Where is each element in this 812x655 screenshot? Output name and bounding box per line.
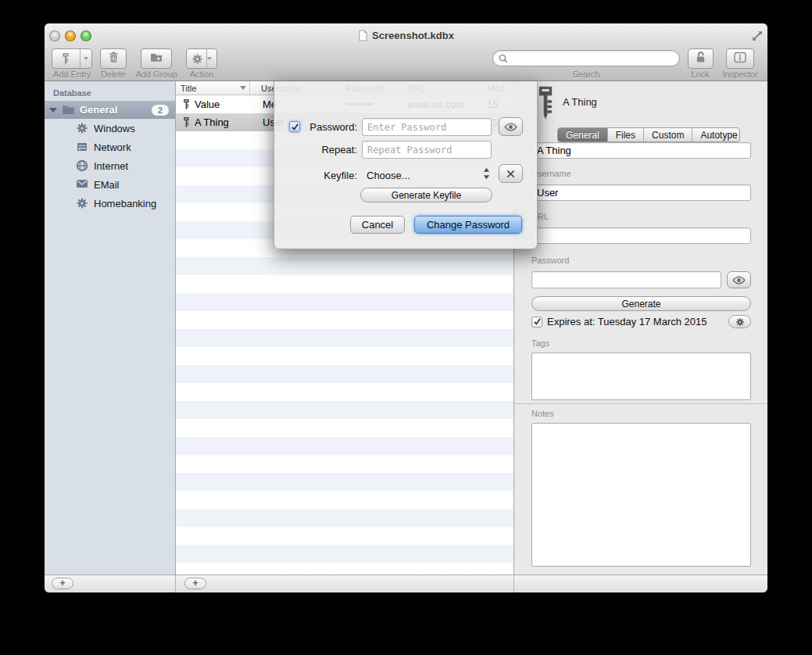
sheet-keyfile-label: Keyfile: bbox=[279, 170, 357, 181]
tab-general[interactable]: General bbox=[558, 128, 608, 141]
sidebar-item-label: Internet bbox=[94, 160, 128, 172]
disclosure-triangle-icon[interactable] bbox=[49, 108, 57, 113]
entry-row-empty bbox=[176, 401, 513, 419]
key-icon bbox=[182, 98, 191, 110]
lock-button[interactable] bbox=[688, 48, 714, 69]
entry-row-empty bbox=[176, 275, 513, 293]
inspector-icon bbox=[733, 52, 747, 66]
notes-label: Notes bbox=[531, 409, 554, 418]
stepper-icon[interactable] bbox=[483, 167, 490, 183]
entry-row-empty bbox=[176, 365, 513, 383]
document-icon bbox=[358, 30, 368, 41]
key-icon bbox=[52, 49, 80, 68]
add-entry-dropdown[interactable] bbox=[80, 49, 91, 68]
eye-icon bbox=[732, 276, 746, 285]
entry-row-empty bbox=[176, 491, 513, 509]
reveal-password-button[interactable] bbox=[727, 271, 751, 288]
sheet-password-input[interactable] bbox=[362, 118, 492, 136]
add-group-label: Add Group bbox=[133, 70, 180, 79]
inspector-button[interactable] bbox=[726, 48, 754, 69]
bottom-bar: + + bbox=[45, 574, 767, 592]
entry-title: A Thing bbox=[195, 116, 229, 128]
change-password-button[interactable]: Change Password bbox=[414, 216, 522, 234]
sidebar-item-label: Windows bbox=[94, 123, 135, 134]
entry-row-empty bbox=[176, 311, 513, 329]
entry-row-empty bbox=[176, 527, 513, 545]
fullscreen-icon[interactable] bbox=[751, 30, 764, 42]
entry-row-empty bbox=[176, 437, 513, 455]
notes-box[interactable] bbox=[531, 423, 751, 567]
sidebar-item-windows[interactable]: Windows bbox=[45, 119, 175, 138]
sidebar-item-internet[interactable]: Internet bbox=[45, 156, 175, 175]
expires-row: Expires at: Tuesday 17 March 2015 bbox=[531, 315, 751, 328]
entry-row-empty bbox=[176, 473, 513, 491]
tags-box[interactable] bbox=[531, 353, 751, 400]
expires-gear-button[interactable] bbox=[728, 315, 751, 328]
trash-icon bbox=[108, 51, 120, 66]
key-icon bbox=[182, 116, 191, 128]
clear-keyfile-button[interactable] bbox=[499, 164, 523, 183]
tab-custom[interactable]: Custom bbox=[644, 128, 692, 141]
inspector-divider bbox=[514, 403, 767, 404]
sidebar-item-label: Homebanking bbox=[94, 198, 156, 209]
password-label: Password bbox=[531, 256, 569, 265]
search-icon bbox=[499, 54, 508, 63]
group-count-badge: 2 bbox=[152, 105, 169, 116]
gear-icon bbox=[76, 197, 89, 210]
sheet-repeat-label: Repeat: bbox=[279, 144, 357, 156]
sidebar-group-general[interactable]: General 2 bbox=[45, 101, 175, 119]
lock-open-icon bbox=[695, 51, 706, 67]
keyfile-popup[interactable]: Choose... bbox=[367, 170, 410, 181]
column-header-title[interactable]: Title bbox=[176, 81, 250, 95]
entry-row-empty bbox=[176, 455, 513, 473]
cancel-button[interactable]: Cancel bbox=[350, 216, 405, 234]
add-entry-footer-button[interactable]: + bbox=[184, 578, 206, 589]
sheet-password-label: Password: bbox=[279, 121, 357, 133]
sidebar: Database General 2 Windows Network Inter… bbox=[45, 81, 176, 574]
inspector-entry-title: A Thing bbox=[563, 96, 597, 108]
delete-button[interactable] bbox=[100, 48, 127, 69]
sheet-repeat-input[interactable] bbox=[362, 141, 492, 159]
tab-files[interactable]: Files bbox=[608, 128, 644, 141]
sidebar-item-email[interactable]: EMail bbox=[45, 175, 175, 194]
change-password-sheet: Password: Repeat: Keyfile: Choose... Gen… bbox=[274, 81, 538, 249]
inspector-tabs: GeneralFilesCustomAutotype bbox=[557, 127, 740, 142]
app-window: Screenshot.kdbx Add Entry Delete Add Gro… bbox=[45, 23, 767, 592]
expires-checkbox[interactable] bbox=[531, 317, 542, 328]
server-icon bbox=[76, 141, 89, 154]
eye-icon bbox=[504, 123, 517, 131]
delete-label: Delete bbox=[92, 70, 134, 79]
generate-password-button[interactable]: Generate bbox=[531, 296, 751, 311]
close-x-icon bbox=[506, 170, 515, 178]
action-label: Action bbox=[178, 70, 225, 79]
generate-keyfile-button[interactable]: Generate Keyfile bbox=[360, 188, 492, 202]
action-button[interactable] bbox=[186, 48, 217, 69]
gear-icon bbox=[191, 49, 203, 68]
action-dropdown[interactable] bbox=[206, 49, 212, 68]
add-group-footer-button[interactable]: + bbox=[52, 578, 73, 589]
title-field[interactable] bbox=[531, 142, 751, 159]
gear-icon bbox=[76, 122, 89, 135]
password-field[interactable] bbox=[531, 271, 721, 288]
entry-row-empty bbox=[176, 419, 513, 437]
entry-title: Value bbox=[195, 98, 220, 110]
add-entry-button[interactable] bbox=[52, 48, 92, 69]
username-field[interactable] bbox=[531, 184, 751, 201]
sidebar-item-network[interactable]: Network bbox=[45, 138, 175, 156]
entry-row-empty bbox=[176, 347, 513, 365]
sidebar-item-homebanking[interactable]: Homebanking bbox=[45, 194, 175, 213]
sheet-reveal-password-button[interactable] bbox=[499, 117, 523, 136]
search-field[interactable] bbox=[492, 50, 680, 66]
sidebar-item-label: EMail bbox=[94, 179, 120, 191]
tab-autotype[interactable]: Autotype bbox=[692, 128, 740, 141]
envelope-icon bbox=[76, 178, 89, 191]
lock-label: Lock bbox=[678, 70, 722, 79]
window-title: Screenshot.kdbx bbox=[45, 30, 767, 41]
inspector-panel: A Thing GeneralFilesCustomAutotype Usern… bbox=[514, 81, 767, 574]
search-input[interactable] bbox=[511, 52, 679, 65]
search-label: Search bbox=[492, 70, 680, 79]
add-group-button[interactable] bbox=[141, 48, 172, 69]
url-field[interactable] bbox=[531, 227, 751, 244]
folder-icon bbox=[62, 105, 75, 115]
entry-row-empty bbox=[176, 545, 513, 563]
